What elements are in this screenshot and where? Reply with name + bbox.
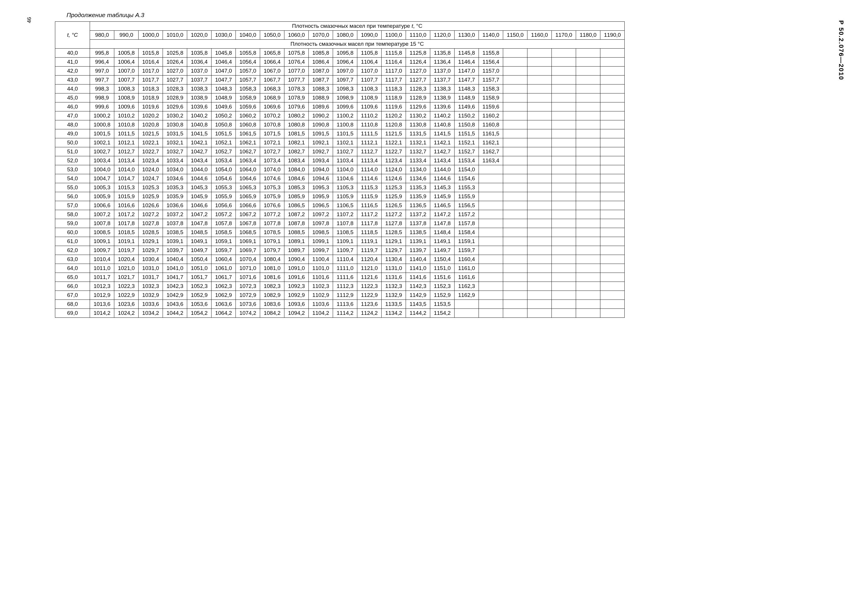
density-cell: 1101,6 bbox=[309, 273, 333, 282]
density-cell bbox=[552, 228, 576, 237]
density-cell: 1027,8 bbox=[138, 219, 163, 228]
density-cell: 1025,8 bbox=[163, 49, 187, 57]
density-cell: 1120,8 bbox=[382, 120, 406, 129]
density-cell: 1162,1 bbox=[479, 138, 503, 147]
density-cell: 1066,6 bbox=[236, 201, 260, 210]
row-temperature: 64,0 bbox=[55, 264, 90, 273]
density-cell bbox=[552, 210, 576, 219]
density-cell: 1064,2 bbox=[212, 309, 236, 318]
density-cell bbox=[600, 183, 625, 192]
density-cell: 1151,0 bbox=[430, 264, 454, 273]
density-cell bbox=[528, 147, 552, 156]
density-cell: 1159,1 bbox=[454, 237, 479, 246]
density-cell: 1088,5 bbox=[284, 228, 309, 237]
density-cell: 1095,8 bbox=[333, 49, 357, 57]
row-temperature: 47,0 bbox=[55, 111, 90, 120]
density-cell: 1059,6 bbox=[236, 102, 260, 111]
density-cell bbox=[600, 93, 625, 102]
density-cell: 1068,3 bbox=[260, 84, 284, 93]
density-cell bbox=[600, 291, 625, 300]
density-cell: 1085,9 bbox=[284, 192, 309, 201]
density-cell: 1103,6 bbox=[309, 300, 333, 309]
density-cell bbox=[600, 300, 625, 309]
column-header: 1090,0 bbox=[357, 31, 382, 40]
density-cell: 1030,4 bbox=[138, 255, 163, 264]
density-cell: 1148,3 bbox=[454, 84, 479, 93]
density-cell: 1059,1 bbox=[212, 237, 236, 246]
table-header: t, °C Плотность смазочных масел при темп… bbox=[55, 22, 625, 49]
density-cell: 1011,7 bbox=[90, 273, 114, 282]
density-cell bbox=[552, 66, 576, 75]
density-cell: 1006,4 bbox=[114, 57, 138, 66]
row-temperature: 40,0 bbox=[55, 49, 90, 57]
density-cell: 1090,2 bbox=[309, 111, 333, 120]
density-cell: 1137,2 bbox=[406, 210, 430, 219]
density-cell: 1078,3 bbox=[284, 84, 309, 93]
density-cell: 1015,9 bbox=[114, 192, 138, 201]
density-cell: 1051,5 bbox=[212, 129, 236, 138]
density-cell: 1124,2 bbox=[357, 309, 382, 318]
density-cell bbox=[479, 273, 503, 282]
density-cell bbox=[479, 192, 503, 201]
density-cell: 1075,3 bbox=[260, 183, 284, 192]
table-row: 55,01005,31015,31025,31035,31045,31055,3… bbox=[55, 183, 625, 192]
density-cell: 1150,2 bbox=[454, 111, 479, 120]
row-temperature: 52,0 bbox=[55, 156, 90, 165]
column-header: 1060,0 bbox=[284, 31, 309, 40]
density-cell bbox=[552, 273, 576, 282]
density-cell: 1104,0 bbox=[333, 165, 357, 174]
density-cell bbox=[576, 165, 600, 174]
density-cell: 1150,4 bbox=[430, 255, 454, 264]
density-cell: 1107,7 bbox=[357, 75, 382, 84]
density-cell: 1156,4 bbox=[479, 57, 503, 66]
density-cell: 1158,4 bbox=[454, 228, 479, 237]
density-cell: 1027,7 bbox=[163, 75, 187, 84]
density-cell bbox=[600, 309, 625, 318]
header-span-top-prefix: Плотность смазочных масел при температур… bbox=[292, 23, 411, 29]
density-cell bbox=[503, 57, 528, 66]
density-cell: 1040,4 bbox=[163, 255, 187, 264]
column-header: 1130,0 bbox=[454, 31, 479, 40]
density-cell: 1007,0 bbox=[114, 66, 138, 75]
density-cell: 1093,4 bbox=[309, 156, 333, 165]
density-cell bbox=[576, 237, 600, 246]
table-row: 60,01008,51018,51028,51038,51048,51058,5… bbox=[55, 228, 625, 237]
density-cell: 1156,5 bbox=[454, 201, 479, 210]
table-row: 59,01007,81017,81027,81037,81047,81057,8… bbox=[55, 219, 625, 228]
row-temperature: 48,0 bbox=[55, 120, 90, 129]
page-number: 46 bbox=[26, 17, 32, 23]
density-cell: 1139,1 bbox=[406, 237, 430, 246]
row-temperature: 60,0 bbox=[55, 228, 90, 237]
density-cell: 1133,4 bbox=[406, 156, 430, 165]
density-cell: 1137,7 bbox=[430, 75, 454, 84]
density-cell: 1060,2 bbox=[236, 111, 260, 120]
density-cell bbox=[528, 49, 552, 57]
density-cell: 1108,3 bbox=[357, 84, 382, 93]
density-cell: 1119,7 bbox=[357, 246, 382, 255]
density-cell: 1022,1 bbox=[138, 138, 163, 147]
density-cell: 1026,6 bbox=[138, 201, 163, 210]
density-cell: 1144,0 bbox=[430, 165, 454, 174]
density-cell: 1161,6 bbox=[454, 273, 479, 282]
density-cell: 1060,8 bbox=[236, 120, 260, 129]
density-cell: 1153,4 bbox=[454, 156, 479, 165]
density-cell: 1023,4 bbox=[138, 156, 163, 165]
density-cell bbox=[576, 49, 600, 57]
density-cell: 1072,7 bbox=[260, 147, 284, 156]
density-cell: 1075,9 bbox=[260, 192, 284, 201]
density-cell: 1069,1 bbox=[236, 237, 260, 246]
density-cell: 1050,8 bbox=[212, 120, 236, 129]
density-cell: 1103,4 bbox=[333, 156, 357, 165]
density-cell: 1062,7 bbox=[236, 147, 260, 156]
density-cell bbox=[528, 255, 552, 264]
row-temperature: 50,0 bbox=[55, 138, 90, 147]
density-cell: 1128,5 bbox=[382, 228, 406, 237]
table-row: 54,01004,71014,71024,71034,61044,61054,6… bbox=[55, 174, 625, 183]
density-cell: 1081,5 bbox=[284, 129, 309, 138]
density-cell: 1097,0 bbox=[333, 66, 357, 75]
density-cell: 1142,1 bbox=[430, 138, 454, 147]
density-cell: 1012,9 bbox=[90, 291, 114, 300]
density-cell: 1033,6 bbox=[138, 300, 163, 309]
density-cell: 1009,1 bbox=[90, 237, 114, 246]
density-cell bbox=[552, 291, 576, 300]
